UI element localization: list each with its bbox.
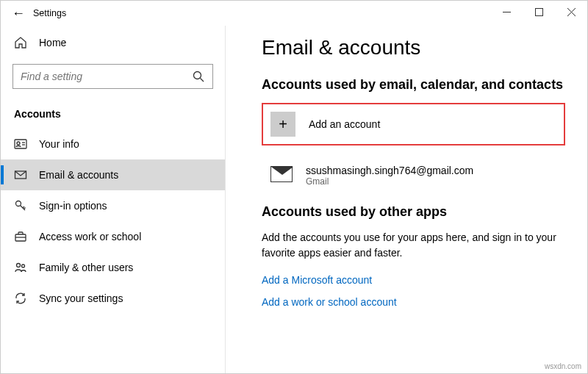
add-work-school-link[interactable]: Add a work or school account: [262, 296, 565, 308]
svg-point-7: [17, 142, 20, 145]
sidebar-item-work-school[interactable]: Access work or school: [1, 221, 225, 252]
sidebar-item-label: Email & accounts: [39, 169, 118, 181]
sidebar-item-email-accounts[interactable]: Email & accounts: [1, 159, 225, 190]
section-title-email: Accounts used by email, calendar, and co…: [262, 77, 565, 93]
watermark: wsxdn.com: [545, 362, 581, 370]
back-button[interactable]: ←: [7, 6, 30, 21]
sidebar-item-signin-options[interactable]: Sign-in options: [1, 190, 225, 221]
search-icon: [192, 70, 205, 83]
mail-icon: [14, 168, 27, 181]
sidebar-home[interactable]: Home: [1, 29, 225, 57]
section-title-other-apps: Accounts used by other apps: [262, 204, 565, 220]
sidebar-section-title: Accounts: [1, 95, 225, 129]
svg-rect-6: [15, 140, 26, 148]
home-icon: [14, 36, 27, 49]
briefcase-icon: [14, 230, 27, 243]
sidebar-item-label: Your info: [39, 138, 79, 150]
window-title: Settings: [33, 8, 66, 18]
sidebar-item-family[interactable]: Family & other users: [1, 252, 225, 283]
people-icon: [14, 261, 27, 274]
main-panel: Email & accounts Accounts used by email,…: [225, 26, 587, 373]
svg-rect-1: [535, 8, 542, 15]
svg-point-4: [194, 72, 201, 79]
sidebar: Home Accounts Your info Email & accounts…: [1, 26, 225, 373]
home-label: Home: [39, 37, 66, 48]
svg-line-5: [201, 79, 204, 82]
sidebar-item-label: Access work or school: [39, 231, 141, 242]
key-icon: [14, 199, 27, 212]
sidebar-item-sync[interactable]: Sync your settings: [1, 283, 225, 314]
add-account-button[interactable]: + Add an account: [262, 103, 565, 145]
close-button[interactable]: [555, 1, 587, 23]
svg-point-11: [16, 201, 21, 206]
search-box[interactable]: [12, 64, 213, 89]
person-card-icon: [14, 137, 27, 151]
account-provider: Gmail: [306, 176, 473, 187]
add-microsoft-account-link[interactable]: Add a Microsoft account: [262, 274, 565, 286]
add-account-label: Add an account: [309, 118, 380, 130]
sidebar-item-label: Sign-in options: [39, 200, 107, 212]
account-email: ssushmasingh.singh764@gmail.com: [306, 165, 473, 176]
sidebar-item-label: Sync your settings: [39, 292, 123, 304]
svg-point-14: [17, 264, 21, 267]
sidebar-item-label: Family & other users: [39, 262, 133, 273]
search-input[interactable]: [21, 71, 192, 82]
envelope-icon: [270, 166, 293, 182]
sync-icon: [14, 292, 27, 305]
section-description: Add the accounts you use for your apps h…: [262, 230, 565, 261]
page-title: Email & accounts: [262, 36, 565, 60]
account-entry[interactable]: ssushmasingh.singh764@gmail.com Gmail: [262, 162, 565, 204]
minimize-button[interactable]: [490, 1, 523, 23]
svg-point-15: [22, 265, 25, 267]
maximize-button[interactable]: [523, 1, 555, 23]
sidebar-item-your-info[interactable]: Your info: [1, 129, 225, 159]
plus-icon: +: [270, 112, 295, 137]
